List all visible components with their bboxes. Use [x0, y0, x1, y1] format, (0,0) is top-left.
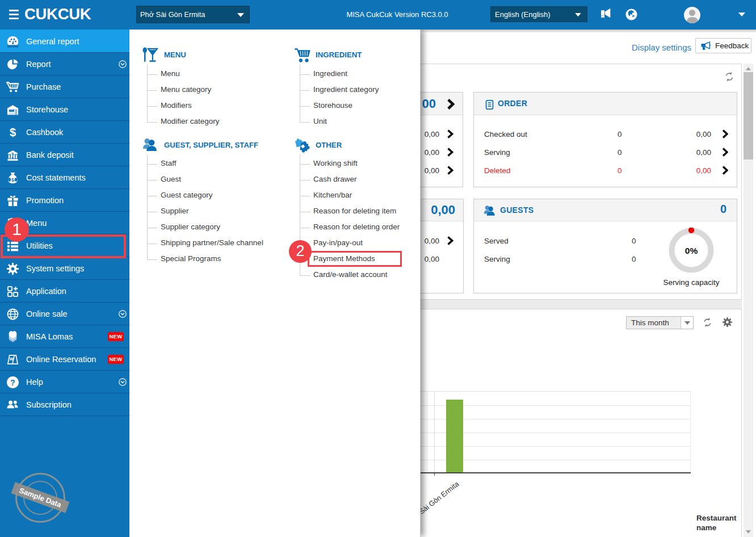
svg-text:$: $ [10, 126, 16, 139]
svg-text:$: $ [11, 177, 14, 183]
svg-text:w: w [10, 356, 14, 362]
svg-text:?: ? [10, 378, 15, 387]
svg-text:0%: 0% [685, 246, 698, 255]
svg-text:$: $ [11, 152, 14, 157]
